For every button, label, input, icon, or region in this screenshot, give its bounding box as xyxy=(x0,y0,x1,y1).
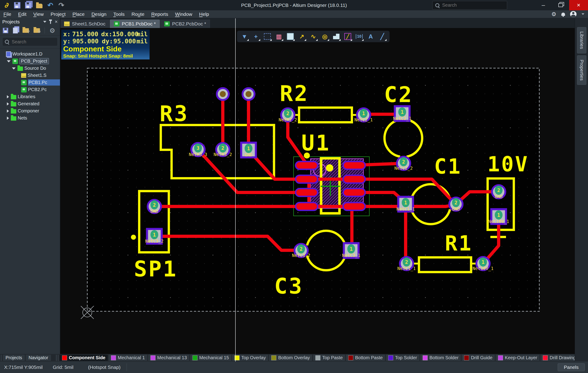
u1-smd-pad[interactable] xyxy=(296,189,318,196)
dimension-tool-icon[interactable]: 10 xyxy=(354,31,364,41)
pcb-canvas[interactable]: 3NetR3_32NetR3_21GND2NetR2_21NetC2_11Net… xyxy=(60,28,575,354)
layer-tab-component-side[interactable]: Component Side xyxy=(60,355,108,361)
layer-tab-mechanical-13[interactable]: Mechanical 13 xyxy=(148,355,189,361)
pcb-pad-netc3_1-1[interactable]: 1NetC3_1 xyxy=(342,243,360,258)
select-area-tool-icon[interactable] xyxy=(262,31,273,41)
filter-tool-icon[interactable]: ▼ xyxy=(239,31,250,41)
user-avatar[interactable] xyxy=(570,11,577,17)
layer-tab-top-overlay[interactable]: Top Overlay xyxy=(232,355,268,361)
pcb-pad-gnd-2[interactable]: 2GND xyxy=(449,198,462,212)
tree-item-libraries[interactable]: Libraries xyxy=(0,93,60,100)
tree-item-componer[interactable]: Componer xyxy=(0,107,60,114)
menu-file[interactable]: File xyxy=(0,11,15,17)
tree-item-sheet1-s[interactable]: Sheet1.S xyxy=(0,72,60,79)
global-search[interactable] xyxy=(432,1,507,10)
pcb-via[interactable] xyxy=(217,88,229,100)
tree-item-generated[interactable]: Generated xyxy=(0,100,60,107)
tree-expand-icon[interactable] xyxy=(7,60,10,62)
u1-smd-pad[interactable] xyxy=(296,202,318,210)
layer-tab-top-paste[interactable]: Top Paste xyxy=(313,355,345,361)
menu-window[interactable]: Window xyxy=(172,11,196,17)
tree-item-nets[interactable]: Nets xyxy=(0,114,60,121)
menu-design[interactable]: Design xyxy=(88,11,110,17)
notifications-bell-icon[interactable] xyxy=(561,13,565,16)
save-all-icon[interactable] xyxy=(24,1,32,9)
tree-expand-icon[interactable] xyxy=(7,102,9,106)
layer-tab-keep-out-layer[interactable]: Keep-Out Layer xyxy=(496,355,540,361)
layer-set-control[interactable]: LS xyxy=(56,355,56,361)
doc-tab-pcb2-pcbdoc-[interactable]: PCB2.PcbDoc * xyxy=(160,20,210,28)
tree-item-pcb-project[interactable]: PCB_Project xyxy=(0,58,60,65)
place-component-tool-icon[interactable] xyxy=(285,31,295,41)
panel-tab-projects[interactable]: Projects xyxy=(3,355,25,361)
pcb-pad-netc1_1-1[interactable]: 1NetC1_1 xyxy=(397,197,415,212)
pcb-editor-view[interactable]: 3NetR3_32NetR3_21GND2NetR2_21NetC2_11Net… xyxy=(60,28,575,354)
tree-item-source-do[interactable]: Source Do xyxy=(0,65,60,72)
designator-r3[interactable]: R3 xyxy=(160,101,189,126)
settings-gear-icon[interactable]: ⚙ xyxy=(551,11,556,17)
pcb-pad-netc3_2-1[interactable]: 1NetC3_2 xyxy=(145,229,164,244)
designator-u1[interactable]: U1 xyxy=(301,130,330,156)
tree-expand-icon[interactable] xyxy=(7,110,9,113)
designator-sp1[interactable]: SP1 xyxy=(134,256,178,282)
line-tool-icon[interactable]: ╱ xyxy=(377,31,387,41)
pcb-pad-gnd-1[interactable]: 1GND xyxy=(241,143,256,157)
u1-smd-pad[interactable] xyxy=(343,161,365,169)
layer-tab-bottom-overlay[interactable]: Bottom Overlay xyxy=(269,355,312,361)
layer-tab-bottom-solder[interactable]: Bottom Solder xyxy=(420,355,461,361)
layer-tab-mechanical-15[interactable]: Mechanical 15 xyxy=(190,355,231,361)
designator-10v[interactable]: 10V xyxy=(487,152,529,176)
menu-project[interactable]: Project xyxy=(47,11,69,17)
global-search-input[interactable] xyxy=(442,2,495,8)
panel-close-icon[interactable]: × xyxy=(55,20,58,24)
menu-tools[interactable]: Tools xyxy=(110,11,128,17)
tree-expand-icon[interactable] xyxy=(12,67,16,70)
u1-smd-pad[interactable] xyxy=(296,175,318,183)
tree-item-pcb1-pc[interactable]: PCB1.Pc xyxy=(0,79,60,86)
compile-docs-icon[interactable] xyxy=(13,28,18,33)
menu-help[interactable]: Help xyxy=(196,11,212,17)
menu-reports[interactable]: Reports xyxy=(148,11,172,17)
projects-search[interactable] xyxy=(2,37,58,46)
designator-c1[interactable]: C1 xyxy=(434,154,462,179)
u1-smd-pad[interactable] xyxy=(343,175,365,183)
restore-button[interactable] xyxy=(552,0,569,10)
panel-tab-navigator[interactable]: Navigator xyxy=(26,355,51,361)
panel-dropdown-icon[interactable] xyxy=(43,21,46,23)
doc-tab-pcb1-pcbdoc-[interactable]: PCB1.PcbDoc * xyxy=(110,20,160,28)
menu-route[interactable]: Route xyxy=(128,11,148,17)
side-tab-properties[interactable]: Properties xyxy=(577,55,586,85)
save-project-icon[interactable] xyxy=(3,28,8,33)
move-tool-icon[interactable]: + xyxy=(251,31,261,41)
u1-smd-pad[interactable] xyxy=(343,202,365,210)
designator-r2[interactable]: R2 xyxy=(280,81,309,106)
pcb-pad-netc2_1-1[interactable]: 1NetC2_1 xyxy=(393,106,411,121)
keepout-tool-icon[interactable]: ╱ xyxy=(343,31,353,41)
side-tab-libraries[interactable]: Libraries xyxy=(577,27,586,53)
tree-expand-icon[interactable] xyxy=(7,95,9,98)
align-tool-icon[interactable]: ▥ xyxy=(274,31,284,41)
u1-smd-pad[interactable] xyxy=(296,161,318,169)
pcb-pad-net10v_1-1[interactable]: 1Net10V_1 xyxy=(488,209,509,224)
tree-item-pcb2-pc[interactable]: PCB2.Pc xyxy=(0,86,60,93)
layer-tab-bottom-paste[interactable]: Bottom Paste xyxy=(346,355,385,361)
menu-edit[interactable]: Edit xyxy=(15,11,30,17)
layer-tab-drill-guide[interactable]: Drill Guide xyxy=(462,355,494,361)
via-tool-icon[interactable]: ◎ xyxy=(320,31,330,41)
designator-r1[interactable]: R1 xyxy=(445,231,472,255)
layer-scroll-arrows[interactable]: ◀▶ xyxy=(58,355,58,361)
layer-tab-drill-drawing[interactable]: Drill Drawing xyxy=(540,355,578,361)
panels-button[interactable]: Panels xyxy=(558,363,585,371)
menu-view[interactable]: View xyxy=(30,11,47,17)
minimize-button[interactable]: – xyxy=(535,0,552,10)
undo-icon[interactable]: ↶ xyxy=(46,1,54,9)
close-button[interactable]: × xyxy=(569,0,588,10)
designator-c2[interactable]: C2 xyxy=(384,82,413,107)
user-menu-caret-icon[interactable] xyxy=(582,13,584,15)
doc-tab-sheet1-schdoc[interactable]: Sheet1.SchDoc xyxy=(60,20,110,28)
pcb-pad-gnd-2[interactable]: 2GND xyxy=(148,200,161,214)
menu-place[interactable]: Place xyxy=(69,11,88,17)
route-tool-icon[interactable]: ↗ xyxy=(297,31,307,41)
tree-item-workspace1-d[interactable]: Workspace1.D xyxy=(0,50,60,58)
open-icon[interactable] xyxy=(35,1,43,9)
